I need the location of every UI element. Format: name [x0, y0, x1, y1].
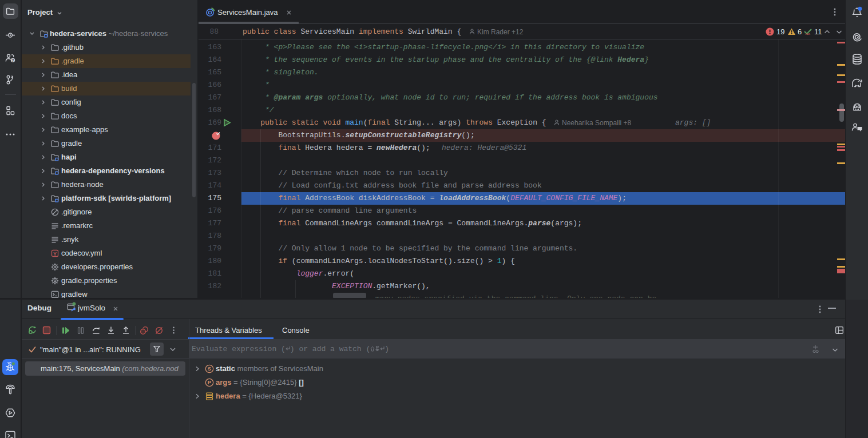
svg-text:S: S	[208, 365, 211, 372]
svg-text:?: ?	[11, 58, 14, 62]
svg-text:Y: Y	[53, 251, 57, 257]
svg-text:P: P	[208, 379, 212, 385]
